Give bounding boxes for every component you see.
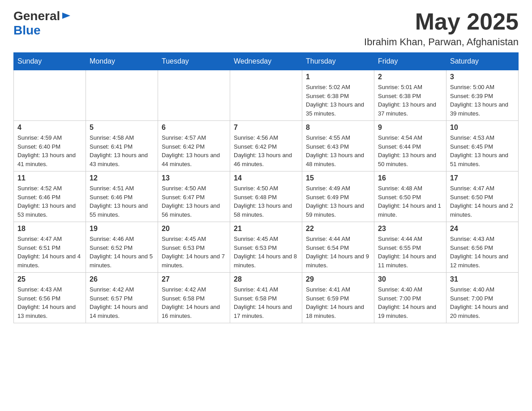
table-row: 30Sunrise: 4:40 AMSunset: 7:00 PMDayligh… bbox=[374, 273, 446, 323]
calendar-week-row: 25Sunrise: 4:43 AMSunset: 6:56 PMDayligh… bbox=[14, 273, 519, 323]
table-row bbox=[86, 70, 158, 121]
calendar-header-row: Sunday Monday Tuesday Wednesday Thursday… bbox=[14, 53, 519, 70]
table-row: 31Sunrise: 4:40 AMSunset: 7:00 PMDayligh… bbox=[446, 273, 519, 323]
header-sunday: Sunday bbox=[14, 53, 86, 70]
logo-general: General bbox=[13, 9, 60, 23]
table-row: 5Sunrise: 4:58 AMSunset: 6:41 PMDaylight… bbox=[86, 121, 158, 171]
day-info: Sunrise: 4:42 AMSunset: 6:58 PMDaylight:… bbox=[162, 285, 226, 320]
table-row: 21Sunrise: 4:45 AMSunset: 6:53 PMDayligh… bbox=[230, 222, 302, 273]
day-info: Sunrise: 4:45 AMSunset: 6:53 PMDaylight:… bbox=[234, 235, 298, 270]
day-info: Sunrise: 4:41 AMSunset: 6:58 PMDaylight:… bbox=[234, 285, 298, 320]
table-row bbox=[158, 70, 230, 121]
day-info: Sunrise: 4:44 AMSunset: 6:54 PMDaylight:… bbox=[306, 235, 370, 270]
day-info: Sunrise: 4:40 AMSunset: 7:00 PMDaylight:… bbox=[378, 285, 442, 320]
day-info: Sunrise: 5:00 AMSunset: 6:39 PMDaylight:… bbox=[450, 83, 515, 118]
page-header: General Blue May 2025 Ibrahim Khan, Parw… bbox=[13, 9, 519, 48]
day-number: 2 bbox=[378, 73, 442, 81]
table-row: 23Sunrise: 4:44 AMSunset: 6:55 PMDayligh… bbox=[374, 222, 446, 273]
day-number: 21 bbox=[234, 225, 298, 233]
logo: General Blue bbox=[13, 9, 71, 38]
table-row: 13Sunrise: 4:50 AMSunset: 6:47 PMDayligh… bbox=[158, 171, 230, 222]
title-section: May 2025 Ibrahim Khan, Parwan, Afghanist… bbox=[364, 9, 519, 48]
day-info: Sunrise: 4:41 AMSunset: 6:59 PMDaylight:… bbox=[306, 285, 370, 320]
day-info: Sunrise: 4:52 AMSunset: 6:46 PMDaylight:… bbox=[17, 184, 82, 219]
day-number: 31 bbox=[450, 275, 515, 283]
day-info: Sunrise: 4:48 AMSunset: 6:50 PMDaylight:… bbox=[378, 184, 442, 219]
day-number: 26 bbox=[90, 275, 154, 283]
table-row bbox=[230, 70, 302, 121]
header-friday: Friday bbox=[374, 53, 446, 70]
table-row: 27Sunrise: 4:42 AMSunset: 6:58 PMDayligh… bbox=[158, 273, 230, 323]
day-info: Sunrise: 5:01 AMSunset: 6:38 PMDaylight:… bbox=[378, 83, 442, 118]
day-info: Sunrise: 4:47 AMSunset: 6:51 PMDaylight:… bbox=[17, 235, 82, 270]
day-number: 14 bbox=[234, 174, 298, 182]
month-title: May 2025 bbox=[364, 9, 519, 34]
day-info: Sunrise: 4:57 AMSunset: 6:42 PMDaylight:… bbox=[162, 133, 226, 168]
table-row: 24Sunrise: 4:43 AMSunset: 6:56 PMDayligh… bbox=[446, 222, 519, 273]
day-number: 28 bbox=[234, 275, 298, 283]
header-tuesday: Tuesday bbox=[158, 53, 230, 70]
day-number: 25 bbox=[17, 275, 82, 283]
day-number: 16 bbox=[378, 174, 442, 182]
table-row: 17Sunrise: 4:47 AMSunset: 6:50 PMDayligh… bbox=[446, 171, 519, 222]
calendar-week-row: 4Sunrise: 4:59 AMSunset: 6:40 PMDaylight… bbox=[14, 121, 519, 171]
day-number: 24 bbox=[450, 225, 515, 233]
table-row: 7Sunrise: 4:56 AMSunset: 6:42 PMDaylight… bbox=[230, 121, 302, 171]
table-row: 22Sunrise: 4:44 AMSunset: 6:54 PMDayligh… bbox=[302, 222, 374, 273]
table-row: 10Sunrise: 4:53 AMSunset: 6:45 PMDayligh… bbox=[446, 121, 519, 171]
calendar-week-row: 18Sunrise: 4:47 AMSunset: 6:51 PMDayligh… bbox=[14, 222, 519, 273]
day-number: 7 bbox=[234, 124, 298, 132]
day-info: Sunrise: 4:55 AMSunset: 6:43 PMDaylight:… bbox=[306, 133, 370, 168]
day-info: Sunrise: 4:46 AMSunset: 6:52 PMDaylight:… bbox=[90, 235, 154, 270]
day-number: 22 bbox=[306, 225, 370, 233]
day-number: 27 bbox=[162, 275, 226, 283]
day-info: Sunrise: 5:02 AMSunset: 6:38 PMDaylight:… bbox=[306, 83, 370, 118]
table-row: 18Sunrise: 4:47 AMSunset: 6:51 PMDayligh… bbox=[14, 222, 86, 273]
day-number: 20 bbox=[162, 225, 226, 233]
day-number: 18 bbox=[17, 225, 82, 233]
day-info: Sunrise: 4:45 AMSunset: 6:53 PMDaylight:… bbox=[162, 235, 226, 270]
day-info: Sunrise: 4:59 AMSunset: 6:40 PMDaylight:… bbox=[17, 133, 82, 168]
table-row bbox=[14, 70, 86, 121]
day-number: 15 bbox=[306, 174, 370, 182]
day-info: Sunrise: 4:43 AMSunset: 6:56 PMDaylight:… bbox=[450, 235, 515, 270]
table-row: 6Sunrise: 4:57 AMSunset: 6:42 PMDaylight… bbox=[158, 121, 230, 171]
day-number: 8 bbox=[306, 124, 370, 132]
logo-blue: Blue bbox=[13, 23, 41, 37]
day-info: Sunrise: 4:53 AMSunset: 6:45 PMDaylight:… bbox=[450, 133, 515, 168]
calendar-week-row: 1Sunrise: 5:02 AMSunset: 6:38 PMDaylight… bbox=[14, 70, 519, 121]
table-row: 19Sunrise: 4:46 AMSunset: 6:52 PMDayligh… bbox=[86, 222, 158, 273]
day-info: Sunrise: 4:43 AMSunset: 6:56 PMDaylight:… bbox=[17, 285, 82, 320]
calendar-table: Sunday Monday Tuesday Wednesday Thursday… bbox=[13, 52, 519, 323]
location-title: Ibrahim Khan, Parwan, Afghanistan bbox=[364, 36, 519, 48]
day-number: 17 bbox=[450, 174, 515, 182]
day-number: 5 bbox=[90, 124, 154, 132]
table-row: 14Sunrise: 4:50 AMSunset: 6:48 PMDayligh… bbox=[230, 171, 302, 222]
header-monday: Monday bbox=[86, 53, 158, 70]
table-row: 1Sunrise: 5:02 AMSunset: 6:38 PMDaylight… bbox=[302, 70, 374, 121]
day-number: 29 bbox=[306, 275, 370, 283]
day-number: 1 bbox=[306, 73, 370, 81]
table-row: 11Sunrise: 4:52 AMSunset: 6:46 PMDayligh… bbox=[14, 171, 86, 222]
day-number: 23 bbox=[378, 225, 442, 233]
day-info: Sunrise: 4:51 AMSunset: 6:46 PMDaylight:… bbox=[90, 184, 154, 219]
day-info: Sunrise: 4:58 AMSunset: 6:41 PMDaylight:… bbox=[90, 133, 154, 168]
day-info: Sunrise: 4:44 AMSunset: 6:55 PMDaylight:… bbox=[378, 235, 442, 270]
day-number: 3 bbox=[450, 73, 515, 81]
day-number: 12 bbox=[90, 174, 154, 182]
day-number: 13 bbox=[162, 174, 226, 182]
table-row: 12Sunrise: 4:51 AMSunset: 6:46 PMDayligh… bbox=[86, 171, 158, 222]
calendar-week-row: 11Sunrise: 4:52 AMSunset: 6:46 PMDayligh… bbox=[14, 171, 519, 222]
table-row: 8Sunrise: 4:55 AMSunset: 6:43 PMDaylight… bbox=[302, 121, 374, 171]
logo-arrow-icon bbox=[61, 11, 71, 21]
table-row: 20Sunrise: 4:45 AMSunset: 6:53 PMDayligh… bbox=[158, 222, 230, 273]
table-row: 4Sunrise: 4:59 AMSunset: 6:40 PMDaylight… bbox=[14, 121, 86, 171]
day-info: Sunrise: 4:49 AMSunset: 6:49 PMDaylight:… bbox=[306, 184, 370, 219]
table-row: 9Sunrise: 4:54 AMSunset: 6:44 PMDaylight… bbox=[374, 121, 446, 171]
day-number: 4 bbox=[17, 124, 82, 132]
day-info: Sunrise: 4:47 AMSunset: 6:50 PMDaylight:… bbox=[450, 184, 515, 219]
day-number: 10 bbox=[450, 124, 515, 132]
header-wednesday: Wednesday bbox=[230, 53, 302, 70]
table-row: 28Sunrise: 4:41 AMSunset: 6:58 PMDayligh… bbox=[230, 273, 302, 323]
day-info: Sunrise: 4:50 AMSunset: 6:48 PMDaylight:… bbox=[234, 184, 298, 219]
